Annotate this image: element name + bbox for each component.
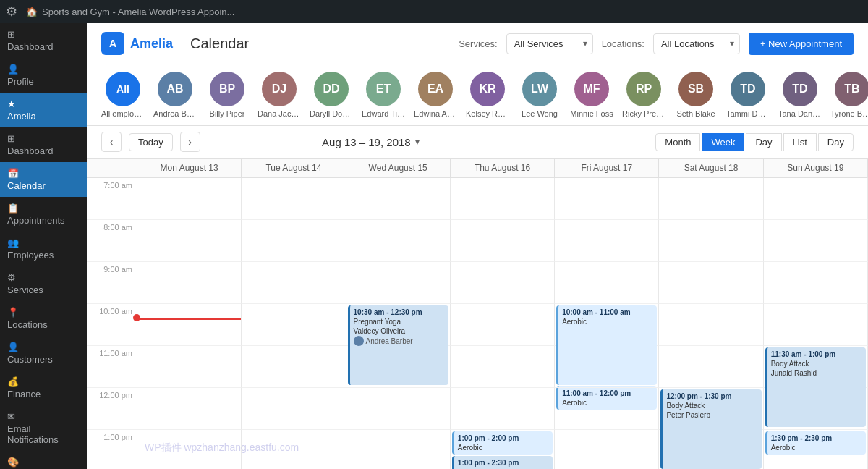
avatar-name-daryll: Daryll Donov... — [310, 109, 353, 118]
sidebar-item-profile[interactable]: 👤 Profile — [0, 58, 87, 93]
cell-wed-700 — [346, 178, 451, 220]
amelia-icon: ★ — [7, 98, 16, 109]
avatar-circle-seth: SB — [678, 72, 713, 106]
appt-thu-aerobic[interactable]: 1:00 pm - 2:00 pm Aerobic — [452, 431, 553, 455]
top-bar: ⚙ 🏠 Sports and Gym - Amelia WordPress Ap… — [0, 0, 868, 23]
avatar-tammi[interactable]: TD Tammi Dukes — [726, 72, 770, 118]
services-select-wrapper: All Services — [506, 33, 593, 54]
sidebar: ⊞ Dashboard 👤 Profile ★ Amelia ⊞ Dashboa… — [0, 23, 87, 469]
cell-fri-1300 — [555, 430, 659, 469]
sidebar-item-services[interactable]: ⚙ Services — [0, 266, 87, 301]
cell-tue-700 — [242, 178, 346, 220]
avatar-billy[interactable]: BP Billy Piper — [205, 72, 249, 118]
avatar-tyrone[interactable]: TB Tyrone Bens... — [830, 72, 868, 118]
sidebar-item-calendar[interactable]: 📅 Calendar — [0, 162, 87, 197]
sidebar-item-appointments[interactable]: 📋 Appointments — [0, 197, 87, 232]
avatar-kelsey[interactable]: KR Kelsey Rake — [466, 72, 509, 118]
main-layout: ⊞ Dashboard 👤 Profile ★ Amelia ⊞ Dashboa… — [0, 23, 868, 469]
cell-wed-1200 — [346, 388, 451, 430]
cell-sat-900 — [659, 262, 763, 304]
sidebar-icon: ⊞ — [7, 29, 15, 40]
avatar-name-minnie: Minnie Foss — [570, 109, 613, 118]
avatar-seth[interactable]: SB Seth Blake — [674, 72, 718, 118]
month-view-button[interactable]: Month — [655, 133, 700, 151]
cell-tue-1000 — [242, 304, 346, 346]
sidebar-item-dashboard[interactable]: ⊞ Dashboard — [0, 127, 87, 162]
cell-wed-1300 — [346, 430, 451, 469]
appt-employee: Andrea Barber — [354, 336, 445, 346]
avatar-lee[interactable]: LW Lee Wong — [518, 72, 561, 118]
avatar-name-andrea: Andrea Barber — [153, 109, 197, 118]
appt-sun-aerobic-1330[interactable]: 1:30 pm - 2:30 pm Aerobic — [765, 431, 866, 455]
sidebar-item-email[interactable]: ✉ Email Notifications — [0, 405, 87, 451]
header-right: Services: All Services Locations: All Lo… — [459, 33, 854, 55]
employees-icon: 👥 — [7, 237, 19, 248]
next-button[interactable]: › — [180, 132, 200, 152]
list-view-button[interactable]: List — [783, 133, 817, 151]
appt-customer-name: Valdecy Oliveira — [354, 326, 445, 336]
cell-tue-800 — [242, 220, 346, 262]
cell-mon-800 — [137, 220, 242, 262]
cell-wed-800 — [346, 220, 451, 262]
day-header-fri: Fri August 17 — [555, 159, 659, 178]
avatar-tana[interactable]: TD Tana Danson — [778, 72, 822, 118]
content-area: A Amelia Calendar Services: All Services… — [87, 23, 868, 469]
sidebar-item-employees[interactable]: 👥 Employees — [0, 232, 87, 266]
day-header-mon: Mon August 13 — [137, 159, 242, 178]
sidebar-item-amelia[interactable]: ★ Amelia — [0, 93, 87, 127]
cell-mon-900 — [137, 262, 242, 304]
cell-fri-700 — [555, 178, 659, 220]
avatar-minnie[interactable]: MF Minnie Foss — [570, 72, 613, 118]
sidebar-item-finance[interactable]: 💰 Finance — [0, 371, 87, 405]
services-select[interactable]: All Services — [506, 33, 593, 54]
avatar-andrea[interactable]: AB Andrea Barber — [153, 72, 197, 118]
avatar-edwina[interactable]: EA Edwina Appl... — [414, 72, 457, 118]
cell-mon-1300 — [137, 430, 242, 469]
avatar-ricky[interactable]: RP Ricky Pressley — [622, 72, 665, 118]
cell-sat-700 — [659, 178, 763, 220]
prev-button[interactable]: ‹ — [101, 132, 122, 152]
sidebar-item-customize[interactable]: 🎨 Customize — [0, 451, 87, 469]
avatar-name-kelsey: Kelsey Rake — [466, 109, 509, 118]
appt-service-name: Body Attack — [771, 359, 862, 368]
week-view-button[interactable]: Week — [702, 133, 744, 151]
date-caret-icon[interactable]: ▾ — [415, 137, 420, 147]
avatar-daryll[interactable]: DD Daryll Donov... — [310, 72, 353, 118]
day-header-sat: Sat August 18 — [659, 159, 763, 178]
amelia-brand: A Amelia — [101, 32, 173, 55]
cell-sat-800 — [659, 220, 763, 262]
appt-thu-judo[interactable]: 1:00 pm - 2:30 pm Judo BAW Media — [452, 456, 553, 469]
sidebar-item-dashboard-wp[interactable]: ⊞ Dashboard — [0, 23, 87, 58]
cell-sun-700 — [764, 178, 868, 220]
cell-sun-800 — [764, 220, 868, 262]
cell-sun-1100: 11:30 am - 1:00 pm Body Attack Junaid Ra… — [764, 346, 868, 388]
locations-icon: 📍 — [7, 307, 19, 318]
sidebar-item-locations[interactable]: 📍 Locations — [0, 301, 87, 336]
appointments-icon: 📋 — [7, 203, 19, 214]
avatar-edward[interactable]: ET Edward Tipton — [362, 72, 405, 118]
time-1100: 11:00 am — [87, 346, 137, 388]
avatar-all[interactable]: All All employees — [101, 72, 145, 118]
cell-tue-1100 — [242, 346, 346, 388]
avatar-name-ricky: Ricky Pressley — [622, 109, 665, 118]
new-appointment-button[interactable]: + New Appointment — [749, 33, 854, 55]
today-button[interactable]: Today — [129, 133, 173, 151]
avatar-dana[interactable]: DJ Dana Jackson — [258, 72, 301, 118]
day-view-button[interactable]: Day — [746, 133, 781, 151]
appt-time: 10:30 am - 12:30 pm — [354, 308, 445, 317]
locations-select[interactable]: All Locations — [653, 33, 740, 54]
sidebar-item-customers[interactable]: 👤 Customers — [0, 336, 87, 371]
day2-view-button[interactable]: Day — [818, 133, 854, 151]
avatar-circle-minnie: MF — [574, 72, 609, 106]
avatar-name-tana: Tana Danson — [778, 109, 822, 118]
cell-mon-700 — [137, 178, 242, 220]
cell-sat-1200: 12:00 pm - 1:30 pm Body Attack Peter Pas… — [659, 388, 763, 430]
view-buttons: Month Week Day List Day — [655, 133, 854, 151]
cell-sat-1300 — [659, 430, 763, 469]
avatar-circle-ricky: RP — [626, 72, 661, 106]
wp-logo: ⚙ — [6, 4, 17, 20]
avatar-name-edwina: Edwina Appl... — [414, 109, 457, 118]
time-700: 7:00 am — [87, 178, 137, 220]
time-800: 8:00 am — [87, 220, 137, 262]
avatar-name-billy: Billy Piper — [210, 109, 245, 118]
